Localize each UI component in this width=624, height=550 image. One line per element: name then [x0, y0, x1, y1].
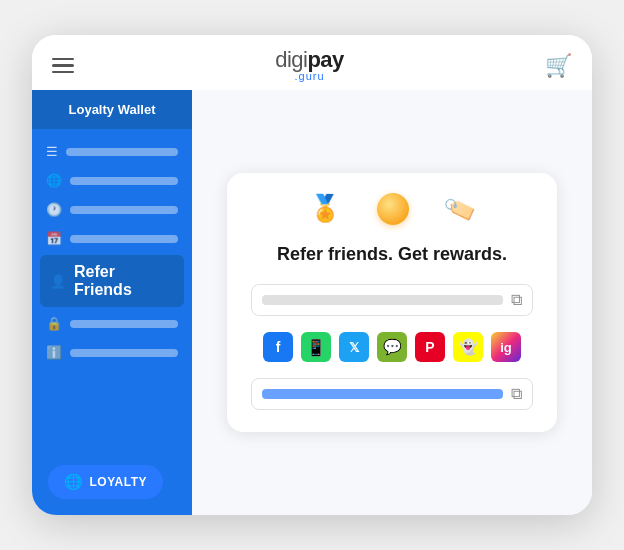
content-panel: 🏅 🏷️ Refer friends. Get rewards. ⧉ f 📱 𝕏	[192, 90, 592, 515]
sidebar-item-list[interactable]: ☰	[32, 137, 192, 166]
sidebar-title: Loyalty Wallet	[32, 90, 192, 129]
social-icons-row: f 📱 𝕏 💬 P 👻 ig	[251, 332, 533, 362]
refer-icon: 👤	[50, 274, 66, 289]
reward-icons-row: 🏅 🏷️	[251, 193, 533, 225]
sidebar-item-refer[interactable]: 👤 Refer Friends	[40, 255, 184, 307]
copy-link-icon[interactable]: ⧉	[511, 385, 522, 403]
copy-code-icon[interactable]: ⧉	[511, 291, 522, 309]
facebook-icon[interactable]: f	[263, 332, 293, 362]
pinterest-icon[interactable]: P	[415, 332, 445, 362]
wechat-icon[interactable]: 💬	[377, 332, 407, 362]
globe-icon: 🌐	[64, 473, 84, 491]
sidebar-item-info[interactable]: ℹ️	[32, 338, 192, 367]
sidebar-item-globe[interactable]: 🌐	[32, 166, 192, 195]
sidebar-item-line	[70, 177, 178, 185]
referral-code-placeholder	[262, 295, 503, 305]
reward-card: 🏅 🏷️ Refer friends. Get rewards. ⧉ f 📱 𝕏	[227, 173, 557, 432]
sidebar-item-line	[70, 349, 178, 357]
referral-code-row[interactable]: ⧉	[251, 284, 533, 316]
twitter-icon[interactable]: 𝕏	[339, 332, 369, 362]
lock-icon: 🔒	[46, 316, 62, 331]
referral-link-row[interactable]: ⧉	[251, 378, 533, 410]
sidebar-refer-label: Refer Friends	[74, 263, 174, 299]
top-bar: digipay .guru 🛒	[32, 35, 592, 90]
sidebar-item-line	[66, 148, 178, 156]
sidebar-item-clock[interactable]: 🕐	[32, 195, 192, 224]
clock-icon: 🕐	[46, 202, 62, 217]
instagram-icon[interactable]: ig	[491, 332, 521, 362]
logo-text: digipay	[275, 49, 344, 71]
logo-bold: pay	[307, 47, 343, 72]
tag-icon: 🏷️	[441, 191, 479, 228]
main-area: Loyalty Wallet ☰ 🌐 🕐 📅	[32, 90, 592, 515]
logo-sub: .guru	[294, 71, 324, 82]
sidebar-items: ☰ 🌐 🕐 📅 👤 Refer F	[32, 129, 192, 515]
snapchat-icon[interactable]: 👻	[453, 332, 483, 362]
medal-icon: 🏅	[309, 193, 341, 224]
cart-icon[interactable]: 🛒	[545, 53, 572, 79]
referral-link-bar	[262, 389, 503, 399]
device-frame: digipay .guru 🛒 Loyalty Wallet ☰ 🌐	[32, 35, 592, 515]
loyalty-label: LOYALTY	[90, 475, 148, 489]
sidebar: Loyalty Wallet ☰ 🌐 🕐 📅	[32, 90, 192, 515]
loyalty-button[interactable]: 🌐 LOYALTY	[48, 465, 163, 499]
whatsapp-icon[interactable]: 📱	[301, 332, 331, 362]
reward-heading: Refer friends. Get rewards.	[251, 243, 533, 266]
info-icon: ℹ️	[46, 345, 62, 360]
globe-icon: 🌐	[46, 173, 62, 188]
sidebar-item-line	[70, 320, 178, 328]
sidebar-item-lock[interactable]: 🔒	[32, 309, 192, 338]
sidebar-item-line	[70, 235, 178, 243]
sidebar-item-calendar[interactable]: 📅	[32, 224, 192, 253]
logo-light: digi	[275, 47, 307, 72]
sidebar-item-line	[70, 206, 178, 214]
calendar-icon: 📅	[46, 231, 62, 246]
list-icon: ☰	[46, 144, 58, 159]
logo: digipay .guru	[275, 49, 344, 82]
hamburger-button[interactable]	[52, 58, 74, 74]
coin-icon	[377, 193, 409, 225]
